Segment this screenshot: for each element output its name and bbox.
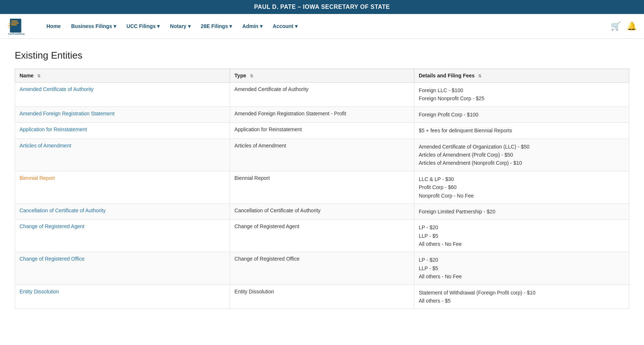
nav-icons: 🛒 🔔 xyxy=(611,21,637,31)
main-content: Existing Entities Name ⇅ Type ⇅ Details … xyxy=(0,39,644,320)
entity-details: Foreign Limited Partnership - $20 xyxy=(414,203,629,219)
entity-name-link[interactable]: Entity Dissolution xyxy=(20,289,59,295)
col-type[interactable]: Type ⇅ xyxy=(230,69,414,83)
table-row: Amended Foreign Registration StatementAm… xyxy=(15,107,629,122)
nav-admin[interactable]: Admin ▾ xyxy=(238,20,267,32)
sort-name-icon[interactable]: ⇅ xyxy=(37,74,41,79)
entity-name-link[interactable]: Change of Registered Office xyxy=(20,256,84,262)
entity-type: Amended Certificate of Authority xyxy=(230,83,414,107)
svg-text:FastTrackFiling: FastTrackFiling xyxy=(8,33,25,35)
entity-name-link[interactable]: Articles of Amendment xyxy=(20,143,71,149)
table-header-row: Name ⇅ Type ⇅ Details and Filing Fees ⇅ xyxy=(15,69,629,83)
nav-28e-filings[interactable]: 28E Filings ▾ xyxy=(196,20,237,32)
entity-type: Application for Reinstatement xyxy=(230,123,414,139)
svg-rect-2 xyxy=(11,22,19,24)
logo-icon: FastTrackFiling xyxy=(7,17,29,35)
banner-title: PAUL D. PATE – IOWA SECRETARY OF STATE xyxy=(254,4,390,10)
nav-ucc-filings[interactable]: UCC Filings ▾ xyxy=(122,20,164,32)
table-row: Amended Certificate of AuthorityAmended … xyxy=(15,83,629,107)
cart-icon[interactable]: 🛒 xyxy=(611,21,621,31)
table-row: Change of Registered OfficeChange of Reg… xyxy=(15,252,629,285)
entity-type: Cancellation of Certificate of Authority xyxy=(230,203,414,219)
svg-rect-3 xyxy=(11,24,17,25)
entity-details: Amended Certificate of Organization (LLC… xyxy=(414,139,629,171)
col-name[interactable]: Name ⇅ xyxy=(15,69,230,83)
table-row: Cancellation of Certificate of Authority… xyxy=(15,203,629,219)
entity-details: Statement of Withdrawal (Foreign Profit … xyxy=(414,285,629,309)
table-row: Entity DissolutionEntity DissolutionStat… xyxy=(15,285,629,309)
nav-links: Home Business Filings ▾ UCC Filings ▾ No… xyxy=(42,20,611,32)
nav-home[interactable]: Home xyxy=(42,20,65,32)
entity-details: Foreign Profit Corp - $100 xyxy=(414,107,629,122)
table-row: Application for ReinstatementApplication… xyxy=(15,123,629,139)
entity-name-link[interactable]: Application for Reinstatement xyxy=(20,126,87,132)
table-row: Biennial ReportBiennial ReportLLC & LP -… xyxy=(15,171,629,203)
entity-type: Biennial Report xyxy=(230,171,414,203)
entity-type: Articles of Amendment xyxy=(230,139,414,171)
entity-name-link[interactable]: Cancellation of Certificate of Authority xyxy=(20,208,105,213)
entity-type: Change of Registered Office xyxy=(230,252,414,285)
entity-details: LP - $20LLP - $5All others - No Fee xyxy=(414,220,629,252)
table-row: Articles of AmendmentArticles of Amendme… xyxy=(15,139,629,171)
entity-name-link[interactable]: Change of Registered Agent xyxy=(20,223,84,229)
sort-details-icon[interactable]: ⇅ xyxy=(478,74,481,79)
entity-details: $5 + fees for delinquent Biennial Report… xyxy=(414,123,629,139)
entity-details: LP - $20LLP - $5All others - No Fee xyxy=(414,252,629,285)
nav-business-filings[interactable]: Business Filings ▾ xyxy=(67,20,121,32)
entity-name-link[interactable]: Biennial Report xyxy=(20,175,55,181)
nav-notary[interactable]: Notary ▾ xyxy=(166,20,195,32)
entity-type: Change of Registered Agent xyxy=(230,220,414,252)
entity-name-link[interactable]: Amended Certificate of Authority xyxy=(20,86,94,92)
svg-rect-1 xyxy=(11,21,17,22)
top-banner: PAUL D. PATE – IOWA SECRETARY OF STATE xyxy=(0,0,644,14)
entities-table: Name ⇅ Type ⇅ Details and Filing Fees ⇅ … xyxy=(15,69,629,309)
navbar: FastTrackFiling Home Business Filings ▾ … xyxy=(0,14,644,39)
entity-type: Amended Foreign Registration Statement -… xyxy=(230,107,414,122)
logo-area: FastTrackFiling xyxy=(7,17,31,35)
bell-icon[interactable]: 🔔 xyxy=(627,21,637,31)
entity-details: LLC & LP - $30Profit Corp - $60Nonprofit… xyxy=(414,171,629,203)
nav-account[interactable]: Account ▾ xyxy=(268,20,302,32)
sort-type-icon[interactable]: ⇅ xyxy=(250,74,253,79)
col-details[interactable]: Details and Filing Fees ⇅ xyxy=(414,69,629,83)
entity-type: Entity Dissolution xyxy=(230,285,414,309)
entity-name-link[interactable]: Amended Foreign Registration Statement xyxy=(20,111,115,116)
entity-details: Foreign LLC - $100Foreign Nonprofit Corp… xyxy=(414,83,629,107)
table-row: Change of Registered AgentChange of Regi… xyxy=(15,220,629,252)
page-title: Existing Entities xyxy=(15,50,629,61)
